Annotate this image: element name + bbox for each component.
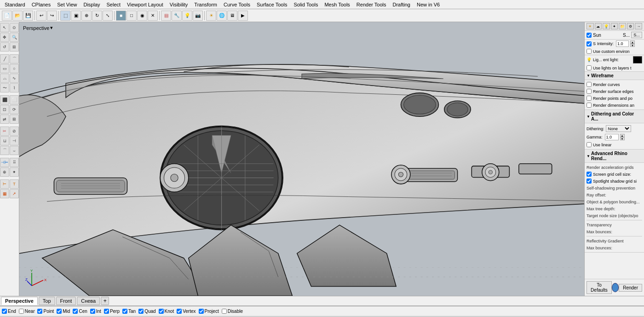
render-points-checkbox[interactable]: [586, 96, 592, 101]
tool-leader[interactable]: ↗: [10, 189, 19, 198]
osnap-perp-checkbox[interactable]: [104, 309, 109, 314]
panel-icon-arrow[interactable]: →: [635, 23, 642, 29]
toolbar-view-render[interactable]: ◉: [137, 11, 147, 21]
osnap-project-checkbox[interactable]: [199, 309, 204, 314]
tool-network[interactable]: ⊞: [10, 115, 19, 124]
menu-curve-tools[interactable]: Curve Tools: [221, 1, 253, 8]
dithering-header[interactable]: ▼ Dithering and Color A...: [585, 110, 644, 123]
tool-join[interactable]: ⊔: [0, 136, 9, 145]
render-circle-button[interactable]: [612, 283, 619, 292]
osnap-int-checkbox[interactable]: [90, 309, 95, 314]
toolbar-rotate[interactable]: ↻: [92, 11, 102, 21]
toolbar-render-run[interactable]: ▶: [238, 11, 248, 21]
osnap-mid-checkbox[interactable]: [57, 309, 62, 314]
tool-extend[interactable]: ⊣: [10, 136, 19, 145]
menu-render-tools[interactable]: Render Tools: [354, 1, 389, 8]
tool-text[interactable]: T: [10, 179, 19, 189]
menu-drafting[interactable]: Drafting: [390, 1, 413, 8]
tool-rect[interactable]: ▭: [0, 64, 9, 73]
osnap-tan-checkbox[interactable]: [122, 309, 127, 314]
panel-icon-folder[interactable]: 📁: [619, 23, 626, 29]
tool-sweep[interactable]: ⇌: [0, 115, 9, 124]
tool-explode[interactable]: ✦: [10, 167, 19, 177]
toolbar-lights[interactable]: 💡: [182, 11, 192, 21]
tool-hatch[interactable]: ▦: [0, 189, 9, 198]
render-button[interactable]: Render: [619, 284, 642, 292]
osnap-quad-checkbox[interactable]: [138, 309, 144, 314]
osnap-disable-checkbox[interactable]: [222, 309, 227, 314]
tool-circle[interactable]: ○: [10, 64, 19, 73]
panel-icon-cloud[interactable]: ☁: [595, 23, 602, 29]
menu-select[interactable]: Select: [104, 1, 124, 8]
toolbar-scale[interactable]: ⤡: [103, 11, 113, 21]
toolbar-sun[interactable]: ☀: [206, 11, 216, 21]
tab-front[interactable]: Front: [56, 297, 76, 305]
tool-orbit[interactable]: ↺: [0, 42, 9, 52]
tab-perspective[interactable]: Perspective: [1, 297, 38, 305]
menu-surface-tools[interactable]: Surface Tools: [254, 1, 290, 8]
menu-visibility[interactable]: Visibility: [167, 1, 191, 8]
advanced-header[interactable]: ▼ Advanced Rhino Rend...: [585, 150, 644, 163]
wireframe-header[interactable]: ▼ Wireframe: [585, 72, 644, 80]
osnap-knot-checkbox[interactable]: [159, 309, 164, 314]
menu-transform[interactable]: Transform: [191, 1, 220, 8]
toolbar-save[interactable]: 💾: [23, 11, 33, 21]
dithering-select[interactable]: None: [606, 125, 631, 132]
tool-revolve[interactable]: ⟳: [10, 105, 19, 114]
toolbar-move[interactable]: ⊕: [81, 11, 92, 21]
osnap-cen-checkbox[interactable]: [73, 309, 78, 314]
toolbar-open[interactable]: 📂: [12, 11, 23, 21]
tool-select-arrow[interactable]: ↖: [0, 23, 9, 32]
menu-standard[interactable]: Standard: [2, 1, 28, 8]
gamma-up[interactable]: ▲: [620, 134, 625, 137]
toolbar-select[interactable]: ⬚: [60, 11, 70, 21]
menu-set-view[interactable]: Set View: [54, 1, 80, 8]
toolbar-layer[interactable]: ▤: [161, 11, 171, 21]
tool-array[interactable]: ⠿: [10, 158, 19, 167]
tool-split[interactable]: ⊘: [10, 127, 19, 136]
light-env-color[interactable]: [633, 56, 642, 63]
tool-extrude[interactable]: ⊡: [0, 105, 9, 114]
tool-curve[interactable]: ∿: [10, 74, 19, 83]
intensity-checkbox[interactable]: [586, 41, 592, 46]
menu-cplanes[interactable]: CPlanes: [29, 1, 54, 8]
menu-mesh-tools[interactable]: Mesh Tools: [322, 1, 352, 8]
menu-new-v6[interactable]: New in V6: [414, 1, 443, 8]
tool-blend[interactable]: ⌣: [10, 146, 19, 155]
gamma-down[interactable]: ▼: [620, 137, 625, 140]
tool-arc[interactable]: ⌓: [0, 74, 9, 83]
tool-zoom[interactable]: 🔍: [10, 33, 19, 42]
toolbar-window-select[interactable]: ▣: [71, 11, 81, 21]
tool-spline[interactable]: ⌇: [10, 83, 19, 92]
tool-line[interactable]: ╱: [0, 54, 9, 63]
osnap-vertex-checkbox[interactable]: [177, 309, 182, 314]
toolbar-props[interactable]: 🔧: [172, 11, 182, 21]
tool-freeform[interactable]: 〜: [0, 83, 9, 92]
render-surface-checkbox[interactable]: [586, 89, 592, 94]
tool-surface[interactable]: ⬛: [0, 95, 9, 104]
screen-grid-checkbox[interactable]: [586, 172, 592, 177]
panel-icon-settings[interactable]: ⚙: [627, 23, 634, 29]
toolbar-camera[interactable]: 📷: [193, 11, 203, 21]
custom-env-checkbox[interactable]: [586, 49, 592, 54]
viewport-area[interactable]: Perspective ▾: [19, 22, 584, 296]
osnap-point-checkbox[interactable]: [37, 309, 42, 314]
toolbar-monitor[interactable]: 🖥: [227, 11, 237, 21]
toolbar-undo[interactable]: ↩: [36, 11, 46, 21]
tool-polyline[interactable]: ⌒: [10, 54, 19, 63]
tool-zoom-window[interactable]: ⊞: [10, 42, 19, 52]
tool-trim[interactable]: ✂: [0, 127, 9, 136]
intensity-down[interactable]: ▼: [630, 44, 635, 47]
panel-icon-star[interactable]: ✦: [611, 23, 618, 29]
use-layers-checkbox[interactable]: [586, 65, 592, 70]
gamma-input[interactable]: [605, 134, 619, 140]
sun-checkbox[interactable]: [586, 33, 592, 38]
intensity-up[interactable]: ▲: [630, 40, 635, 44]
panel-icon-sun[interactable]: ☀: [586, 23, 594, 29]
render-curves-checkbox[interactable]: [586, 82, 592, 87]
tool-group[interactable]: ⊕: [0, 167, 9, 177]
menu-solid-tools[interactable]: Solid Tools: [291, 1, 321, 8]
tool-pan[interactable]: ✥: [0, 33, 9, 42]
tool-select-point[interactable]: ⊙: [10, 23, 19, 32]
toolbar-view-wire[interactable]: □: [126, 11, 137, 21]
